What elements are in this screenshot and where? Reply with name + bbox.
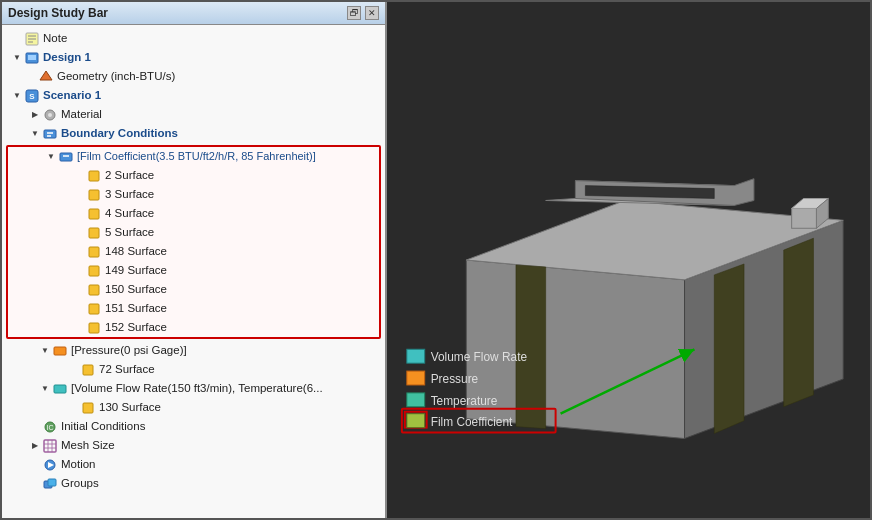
svg-rect-58 xyxy=(407,393,425,407)
svg-rect-20 xyxy=(89,247,99,257)
svg-text:S: S xyxy=(29,92,35,101)
tree-item-volume-130[interactable]: 130 Surface xyxy=(2,398,385,417)
tree-item-design1[interactable]: Design 1 xyxy=(2,48,385,67)
bc-arrow[interactable] xyxy=(28,127,42,141)
motion-icon xyxy=(42,457,58,473)
mesh-arrow[interactable] xyxy=(28,439,42,453)
tree-item-volume[interactable]: [Volume Flow Rate(150 ft3/min), Temperat… xyxy=(2,379,385,398)
volume130-icon xyxy=(80,400,96,416)
tree-item-initial[interactable]: IC Initial Conditions xyxy=(2,417,385,436)
svg-rect-31 xyxy=(44,440,56,452)
surface150-icon xyxy=(86,282,102,298)
svg-rect-54 xyxy=(407,349,425,363)
svg-text:Pressure: Pressure xyxy=(431,372,479,386)
tree-item-material[interactable]: Material xyxy=(2,105,385,124)
svg-text:Temperature: Temperature xyxy=(431,394,498,408)
svg-rect-26 xyxy=(83,365,93,375)
material-arrow[interactable] xyxy=(28,108,42,122)
tree-item-film[interactable]: [Film Coefficient(3.5 BTU/ft2/h/R, 85 Fa… xyxy=(8,147,379,166)
initial-label: Initial Conditions xyxy=(61,418,145,435)
svg-rect-23 xyxy=(89,304,99,314)
right-panel: Volume Flow Rate Pressure Temperature Fi… xyxy=(387,2,870,518)
scenario1-label: Scenario 1 xyxy=(43,87,101,104)
panel-title: Design Study Bar xyxy=(8,6,108,20)
tree-item-pressure-72[interactable]: 72 Surface xyxy=(2,360,385,379)
design-icon xyxy=(24,50,40,66)
tree-item-surface-148[interactable]: 148 Surface xyxy=(8,242,379,261)
tree-item-surface-2[interactable]: 2 Surface xyxy=(8,166,379,185)
tree-item-geometry[interactable]: Geometry (inch-BTU/s) xyxy=(2,67,385,86)
svg-rect-28 xyxy=(83,403,93,413)
tree-item-surface-151[interactable]: 151 Surface xyxy=(8,299,379,318)
surface149-label: 149 Surface xyxy=(105,262,167,279)
svg-marker-44 xyxy=(784,238,814,407)
film-icon xyxy=(58,149,74,165)
tree-item-groups[interactable]: Groups xyxy=(2,474,385,493)
tree-item-surface-3[interactable]: 3 Surface xyxy=(8,185,379,204)
note-icon xyxy=(24,31,40,47)
close-button[interactable]: ✕ xyxy=(365,6,379,20)
viewport: Volume Flow Rate Pressure Temperature Fi… xyxy=(387,2,870,518)
pressure-icon xyxy=(52,343,68,359)
surface152-icon xyxy=(86,320,102,336)
surface4-icon xyxy=(86,206,102,222)
surface3-label: 3 Surface xyxy=(105,186,154,203)
mesh-icon xyxy=(42,438,58,454)
3d-model-svg: Volume Flow Rate Pressure Temperature Fi… xyxy=(387,2,870,518)
svg-point-10 xyxy=(48,113,52,117)
svg-rect-61 xyxy=(407,414,425,428)
volume-icon xyxy=(52,381,68,397)
surface5-icon xyxy=(86,225,102,241)
svg-rect-56 xyxy=(407,371,425,385)
restore-button[interactable]: 🗗 xyxy=(347,6,361,20)
film-label: [Film Coefficient(3.5 BTU/ft2/h/R, 85 Fa… xyxy=(77,148,316,165)
mesh-label: Mesh Size xyxy=(61,437,115,454)
scenario1-arrow[interactable] xyxy=(10,89,24,103)
tree-item-mesh[interactable]: Mesh Size xyxy=(2,436,385,455)
svg-marker-43 xyxy=(714,264,744,434)
pressure72-label: 72 Surface xyxy=(99,361,155,378)
svg-rect-17 xyxy=(89,190,99,200)
note-label: Note xyxy=(43,30,67,47)
tree-item-surface-152[interactable]: 152 Surface xyxy=(8,318,379,337)
tree-item-motion[interactable]: Motion xyxy=(2,455,385,474)
tree-container[interactable]: Note Design 1 Geometry (inch-BTU/s) xyxy=(2,25,385,518)
tree-item-pressure[interactable]: [Pressure(0 psi Gage)] xyxy=(2,341,385,360)
svg-rect-27 xyxy=(54,385,66,393)
tree-item-surface-5[interactable]: 5 Surface xyxy=(8,223,379,242)
svg-rect-5 xyxy=(28,55,36,60)
film-coeff-group: [Film Coefficient(3.5 BTU/ft2/h/R, 85 Fa… xyxy=(6,145,381,339)
film-arrow[interactable] xyxy=(44,150,58,164)
tree-item-surface-150[interactable]: 150 Surface xyxy=(8,280,379,299)
svg-rect-14 xyxy=(60,153,72,161)
tree-item-surface-149[interactable]: 149 Surface xyxy=(8,261,379,280)
design1-label: Design 1 xyxy=(43,49,91,66)
geometry-icon xyxy=(38,69,54,85)
surface151-icon xyxy=(86,301,102,317)
surface5-label: 5 Surface xyxy=(105,224,154,241)
surface3-icon xyxy=(86,187,102,203)
svg-rect-21 xyxy=(89,266,99,276)
scenario-icon: S xyxy=(24,88,40,104)
pressure-label: [Pressure(0 psi Gage)] xyxy=(71,342,187,359)
svg-rect-39 xyxy=(48,479,56,486)
surface150-label: 150 Surface xyxy=(105,281,167,298)
bc-label: Boundary Conditions xyxy=(61,125,178,142)
tree-item-note[interactable]: Note xyxy=(2,29,385,48)
svg-text:Volume Flow Rate: Volume Flow Rate xyxy=(431,350,528,364)
tree-item-scenario1[interactable]: S Scenario 1 xyxy=(2,86,385,105)
svg-rect-25 xyxy=(54,347,66,355)
left-panel: Design Study Bar 🗗 ✕ Note xyxy=(2,2,387,518)
surface148-icon xyxy=(86,244,102,260)
pressure-arrow[interactable] xyxy=(38,344,52,358)
bc-icon xyxy=(42,126,58,142)
svg-rect-18 xyxy=(89,209,99,219)
volume-arrow[interactable] xyxy=(38,382,52,396)
tree-item-surface-4[interactable]: 4 Surface xyxy=(8,204,379,223)
svg-rect-22 xyxy=(89,285,99,295)
panel-title-bar: Design Study Bar 🗗 ✕ xyxy=(2,2,385,25)
design1-arrow[interactable] xyxy=(10,51,24,65)
tree-item-bc[interactable]: Boundary Conditions xyxy=(2,124,385,143)
volume130-label: 130 Surface xyxy=(99,399,161,416)
volume-label: [Volume Flow Rate(150 ft3/min), Temperat… xyxy=(71,380,323,397)
